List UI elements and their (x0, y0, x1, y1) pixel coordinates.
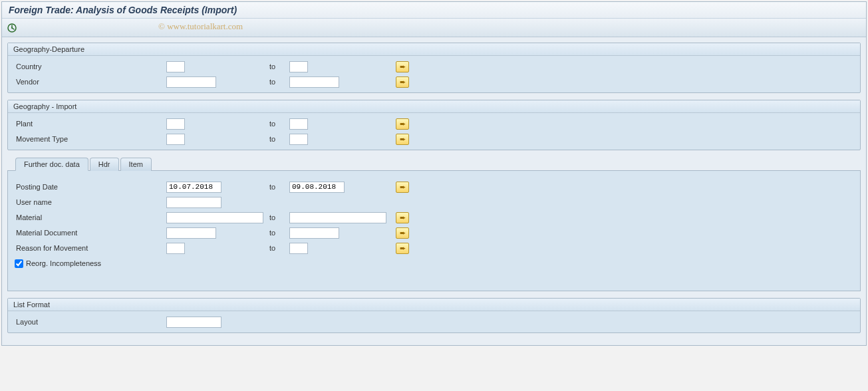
group-header-import: Geography - Import (8, 100, 860, 113)
multiselect-country-button[interactable]: ➨ (396, 61, 409, 72)
group-header-list-format: List Format (8, 299, 860, 311)
to-label: to (269, 120, 289, 128)
tab-hdr[interactable]: Hdr (90, 158, 119, 171)
input-posting-date-to[interactable] (289, 182, 345, 193)
label-user-name: User name (13, 198, 166, 206)
arrow-right-icon: ➨ (400, 63, 406, 71)
group-geography-departure: Geography-Departure Country to ➨ Vendor … (7, 43, 861, 93)
row-reorg-incompleteness: Reorg. Incompleteness (13, 256, 855, 271)
execute-button[interactable] (6, 22, 18, 34)
to-label: to (269, 213, 289, 221)
multiselect-material-doc-button[interactable]: ➨ (396, 227, 409, 239)
svg-point-1 (11, 27, 13, 29)
group-header-departure: Geography-Departure (8, 43, 860, 56)
page-title: Foreign Trade: Analysis of Goods Receipt… (9, 5, 859, 15)
row-posting-date: Posting Date to ➨ (13, 180, 855, 194)
input-plant-from[interactable] (166, 118, 185, 130)
row-reason-movement: Reason for Movement to ➨ (13, 241, 855, 255)
row-country: Country to ➨ (13, 59, 855, 74)
row-material: Material to ➨ (13, 210, 855, 225)
label-country: Country (13, 63, 166, 70)
input-material-to[interactable] (289, 212, 386, 223)
label-posting-date: Posting Date (13, 183, 166, 191)
label-vendor: Vendor (13, 78, 166, 86)
row-plant: Plant to ➨ (13, 116, 855, 131)
execute-icon (7, 23, 17, 33)
to-label: to (269, 135, 289, 143)
multiselect-posting-date-button[interactable]: ➨ (396, 182, 409, 193)
arrow-right-icon: ➨ (400, 244, 406, 253)
label-material-document: Material Document (13, 229, 166, 237)
content: Geography-Departure Country to ➨ Vendor … (2, 37, 866, 345)
multiselect-plant-button[interactable]: ➨ (396, 118, 409, 130)
input-reason-movement-to[interactable] (289, 243, 308, 254)
arrow-right-icon: ➨ (400, 213, 406, 222)
input-movement-to[interactable] (289, 134, 308, 145)
input-material-from[interactable] (166, 212, 263, 223)
tab-item[interactable]: Item (120, 158, 152, 171)
tab-content-further: Posting Date to ➨ User name Material to … (7, 170, 861, 291)
to-label: to (269, 229, 289, 237)
input-plant-to[interactable] (289, 118, 308, 130)
tabs-container: Further doc. data Hdr Item Posting Date … (7, 157, 861, 291)
to-label: to (269, 63, 289, 70)
title-bar: Foreign Trade: Analysis of Goods Receipt… (2, 2, 866, 19)
to-label: to (269, 244, 289, 252)
group-geography-import: Geography - Import Plant to ➨ Movement T… (7, 100, 861, 150)
label-material: Material (13, 213, 166, 221)
watermark: © www.tutorialkart.com (158, 21, 243, 32)
app-frame: Foreign Trade: Analysis of Goods Receipt… (1, 1, 867, 346)
input-material-doc-from[interactable] (166, 227, 216, 239)
multiselect-material-button[interactable]: ➨ (396, 212, 409, 223)
arrow-right-icon: ➨ (400, 183, 406, 192)
label-movement-type: Movement Type (13, 135, 166, 143)
input-user-name[interactable] (166, 197, 221, 208)
input-material-doc-to[interactable] (289, 227, 339, 239)
row-material-document: Material Document to ➨ (13, 225, 855, 240)
input-country-to[interactable] (289, 61, 308, 72)
checkbox-reorg-incompleteness[interactable] (15, 259, 23, 268)
input-reason-movement-from[interactable] (166, 243, 185, 254)
row-user-name: User name (13, 195, 855, 209)
toolbar: © www.tutorialkart.com (2, 19, 866, 37)
input-posting-date-from[interactable] (166, 182, 221, 193)
label-reorg-incompleteness: Reorg. Incompleteness (26, 259, 101, 267)
label-reason-movement: Reason for Movement (13, 244, 166, 252)
arrow-right-icon: ➨ (400, 229, 406, 237)
input-movement-from[interactable] (166, 134, 185, 145)
input-vendor-to[interactable] (289, 76, 339, 88)
multiselect-movement-button[interactable]: ➨ (396, 134, 409, 145)
to-label: to (269, 78, 289, 86)
arrow-right-icon: ➨ (400, 120, 406, 128)
arrow-right-icon: ➨ (400, 135, 406, 144)
label-plant: Plant (13, 120, 166, 128)
input-country-from[interactable] (166, 61, 185, 72)
row-movement-type: Movement Type to ➨ (13, 132, 855, 146)
tab-further-doc-data[interactable]: Further doc. data (15, 158, 88, 171)
tab-strip: Further doc. data Hdr Item (7, 158, 861, 171)
row-vendor: Vendor to ➨ (13, 74, 855, 89)
input-layout[interactable] (166, 317, 221, 328)
label-layout: Layout (13, 318, 166, 326)
multiselect-vendor-button[interactable]: ➨ (396, 76, 409, 88)
to-label: to (269, 183, 289, 191)
group-list-format: List Format Layout (7, 298, 861, 333)
row-layout: Layout (13, 315, 855, 329)
input-vendor-from[interactable] (166, 76, 216, 88)
arrow-right-icon: ➨ (400, 78, 406, 86)
multiselect-reason-movement-button[interactable]: ➨ (396, 243, 409, 254)
